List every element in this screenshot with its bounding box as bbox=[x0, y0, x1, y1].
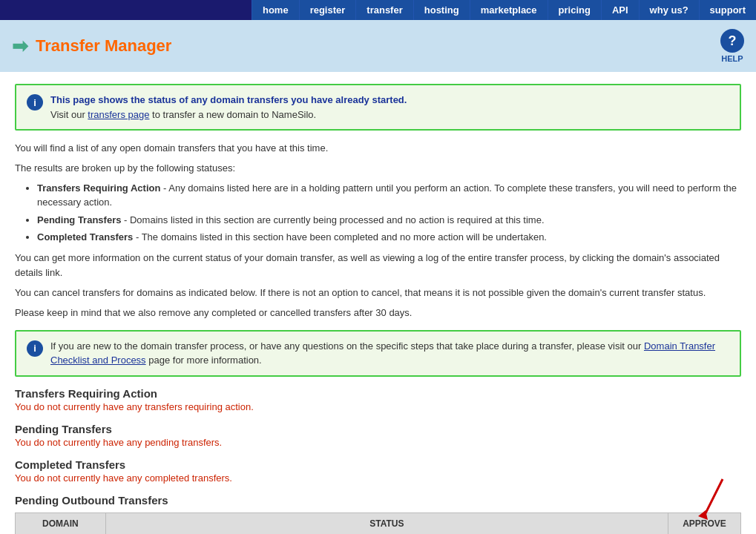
nav-items: home register transfer hosting marketpla… bbox=[252, 0, 756, 20]
info-text-2: If you are new to the domain transfer pr… bbox=[50, 339, 729, 368]
nav-home[interactable]: home bbox=[252, 0, 299, 20]
main-content: i This page shows the status of any doma… bbox=[0, 72, 756, 534]
status-name-1: Transfers Requiring Action bbox=[37, 182, 160, 194]
section-heading-pending: Pending Transfers bbox=[15, 423, 741, 435]
info-icon-1: i bbox=[27, 94, 43, 111]
nav-transfer[interactable]: transfer bbox=[355, 0, 412, 20]
desc-line1: You will find a list of any open domain … bbox=[15, 141, 741, 156]
desc-para3: Please keep in mind that we also remove … bbox=[15, 306, 741, 321]
desc-line2: The results are broken up by the followi… bbox=[15, 161, 741, 177]
nav-marketplace[interactable]: marketplace bbox=[470, 0, 548, 20]
status-list: Transfers Requiring Action - Any domains… bbox=[37, 181, 741, 245]
help-icon: ? bbox=[720, 29, 744, 53]
status-item-1: Transfers Requiring Action - Any domains… bbox=[37, 181, 741, 210]
desc-para2: You can cancel transfers for domains as … bbox=[15, 286, 741, 301]
nav-hosting[interactable]: hosting bbox=[413, 0, 470, 20]
section-empty-requiring: You do not currently have any transfers … bbox=[15, 401, 741, 412]
section-empty-pending: You do not currently have any pending tr… bbox=[15, 437, 741, 448]
page-title-area: ➡ Transfer Manager bbox=[0, 26, 183, 67]
section-empty-completed: You do not currently have any completed … bbox=[15, 472, 741, 484]
logo-bar: ➡ Transfer Manager ? HELP bbox=[0, 20, 756, 72]
info-icon-2: i bbox=[27, 340, 43, 357]
section-heading-requiring: Transfers Requiring Action bbox=[15, 387, 741, 400]
section-heading-completed: Completed Transfers bbox=[15, 458, 741, 471]
arrow-annotation bbox=[682, 472, 734, 524]
info-before-2: If you are new to the domain transfer pr… bbox=[50, 340, 644, 352]
nav-register[interactable]: register bbox=[299, 0, 356, 20]
outbound-table: DOMAIN STATUS APPROVE nutsrank.com Notif… bbox=[15, 512, 741, 534]
section-heading-outbound: Pending Outbound Transfers bbox=[15, 494, 741, 507]
top-nav: home register transfer hosting marketpla… bbox=[0, 0, 756, 20]
col-status: STATUS bbox=[105, 512, 668, 534]
help-button[interactable]: ? HELP bbox=[709, 20, 756, 72]
help-label: HELP bbox=[721, 54, 743, 63]
info-box-2: i If you are new to the domain transfer … bbox=[15, 330, 741, 377]
info-after-2: page for more information. bbox=[146, 355, 262, 366]
info-bold-1: This page shows the status of any domain… bbox=[50, 94, 407, 105]
status-item-2: Pending Transfers - Domains listed in th… bbox=[37, 213, 741, 228]
status-item-3: Completed Transfers - The domains listed… bbox=[37, 230, 741, 245]
transfers-page-link[interactable]: transfers page bbox=[88, 109, 149, 120]
status-desc-2: - Domains listed in this section are cur… bbox=[121, 214, 544, 225]
info-text-1: This page shows the status of any domain… bbox=[50, 93, 407, 122]
info-after-1: to transfer a new domain to NameSilo. bbox=[149, 109, 316, 120]
status-name-2: Pending Transfers bbox=[37, 214, 121, 225]
nav-support[interactable]: support bbox=[699, 0, 756, 20]
info-box-1: i This page shows the status of any doma… bbox=[15, 84, 741, 131]
nav-api[interactable]: API bbox=[601, 0, 639, 20]
page-title: Transfer Manager bbox=[36, 36, 171, 56]
svg-line-0 bbox=[704, 479, 723, 516]
nav-whyus[interactable]: why us? bbox=[639, 0, 699, 20]
table-header-row: DOMAIN STATUS APPROVE bbox=[16, 512, 741, 534]
arrow-icon: ➡ bbox=[12, 35, 28, 58]
status-desc-3: - The domains listed in this section hav… bbox=[133, 231, 547, 243]
nav-pricing[interactable]: pricing bbox=[548, 0, 601, 20]
status-name-3: Completed Transfers bbox=[37, 231, 133, 243]
desc-para1: You can get more information on the curr… bbox=[15, 251, 741, 282]
col-domain: DOMAIN bbox=[16, 512, 106, 534]
outbound-table-wrapper: DOMAIN STATUS APPROVE nutsrank.com Notif… bbox=[15, 512, 741, 534]
